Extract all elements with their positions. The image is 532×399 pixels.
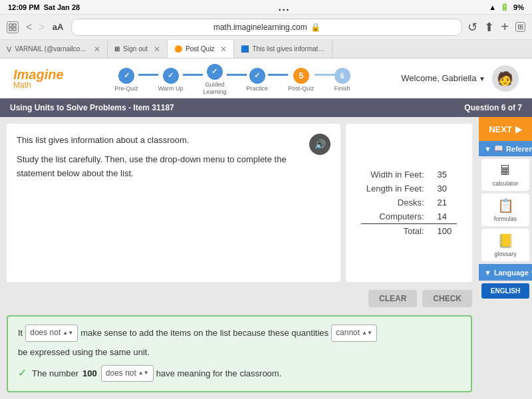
dropdown3-value: does not [106,366,136,381]
step-finish: 6 Finish [334,68,350,92]
step-label-pre-quiz: Pre-Quiz [114,85,138,92]
data-table: Width in Feet: 35 Length in Feet: 30 Des… [361,168,457,238]
svg-rect-3 [13,28,16,31]
tab-signout-icon: ⊞ [114,45,120,53]
welcome-arrow: ▼ [479,75,485,82]
language-label: Language [494,269,529,277]
tab-thislist-icon: 🟦 [241,45,249,53]
check-button[interactable]: CHECK [422,290,472,307]
table-value-total: 100 [432,224,458,239]
table-value-width: 35 [432,168,458,182]
answer-it: It [18,325,23,340]
connector-2 [183,74,203,76]
lock-icon: 🔒 [311,23,321,32]
tab-varnail-label: VARNAIL (@varnailcom) • Inst... [15,45,88,53]
tab-signout-label: Sign out [123,45,148,53]
tab-postquiz[interactable]: 🟠 Post Quiz ✕ [168,40,234,58]
connector-1 [138,74,158,76]
svg-rect-0 [9,24,12,27]
english-button[interactable]: ENGLISH [481,283,529,299]
connector-4 [268,74,288,76]
step-circle-post-quiz: 5 [293,68,309,84]
formulas-icon: 📋 [497,198,514,213]
dropdown1-value: does not [30,326,61,340]
tab-signout-close[interactable]: ✕ [154,45,160,54]
browser-square-icon[interactable] [7,21,19,33]
tab-thislist[interactable]: 🟦 This list gives information abo... [234,40,332,58]
tab-thislist-label: This list gives information abo... [252,45,325,53]
welcome-text: Welcome, Gabriella [401,73,476,83]
tab-postquiz-label: Post Quiz [186,45,214,53]
back-button[interactable]: < [24,21,34,33]
app-header: Imagine Math ✓ Pre-Quiz ✓ Warm Up ✓ Guid… [0,59,532,98]
tool-calculator-label: calculator [493,180,519,187]
answer-line-1: It does not ▲▼ make sense to add the ite… [18,325,461,360]
answer-dropdown-1[interactable]: does not ▲▼ [25,325,78,342]
browser-actions[interactable]: ↺ ⬆ + ⊞ [467,19,525,35]
table-value-computers: 14 [432,209,458,224]
tab-varnail-close[interactable]: ✕ [94,45,100,54]
browser-nav[interactable]: < > [24,21,47,33]
svg-rect-1 [13,24,16,27]
tool-calculator[interactable]: 🖩 calculator [481,159,529,191]
tab-postquiz-close[interactable]: ✕ [220,45,227,54]
dropdown2-arrow: ▲▼ [362,329,372,338]
question-num: Question 6 of 7 [464,103,522,112]
step-warm-up: ✓ Warm Up [158,68,184,92]
browser-aa[interactable]: aA [53,22,64,32]
reference-section[interactable]: ▼ 📖 Reference [479,141,532,156]
audio-button[interactable]: 🔊 [309,134,331,155]
next-arrow: ▶ [515,124,522,134]
add-tab-icon[interactable]: + [501,19,509,35]
answer-line-2: ✓ The number 100 does not ▲▼ have meanin… [18,364,461,383]
wifi-icon: ▲ [489,3,496,11]
step-circle-pre-quiz: ✓ [118,68,134,84]
tab-signout[interactable]: ⊞ Sign out ✕ [108,40,168,58]
next-button[interactable]: NEXT ▶ [479,117,532,141]
check-mark-icon: ✓ [18,364,27,383]
table-label-desks: Desks: [361,196,432,209]
welcome-section: Welcome, Gabriella ▼ 🧑 [401,65,519,92]
question-title: Using Units to Solve Problems - Item 311… [10,103,174,112]
url-text: math.imaginelearning.com [213,23,307,32]
answer-dropdown-2[interactable]: cannot ▲▼ [331,325,377,342]
forward-button[interactable]: > [37,21,47,33]
dropdown3-arrow: ▲▼ [138,368,149,378]
glossary-icon: 📒 [497,233,514,249]
url-bar[interactable]: math.imaginelearning.com 🔒 [71,19,462,36]
battery-icon: 🔋 [500,3,509,11]
step-label-warm-up: Warm Up [158,85,184,92]
tabs-icon[interactable]: ⊞ [515,22,525,32]
answer-number: 100 [82,366,97,381]
reference-arrow-icon: ▼ [484,145,491,153]
progress-steps: ✓ Pre-Quiz ✓ Warm Up ✓ GuidedLearning ✓ … [114,64,350,96]
step-circle-warm-up: ✓ [163,68,179,84]
left-panel: This list gives information about a clas… [0,117,479,399]
answer-dropdown-3[interactable]: does not ▲▼ [101,365,154,382]
logo-math: Math [13,80,64,90]
share-icon[interactable]: ⬆ [484,20,494,35]
step-label-guided: GuidedLearning [203,81,226,96]
clear-button[interactable]: CLEAR [368,290,417,307]
table-value-length: 30 [432,182,458,196]
language-section[interactable]: ▼ Language ⓘ [479,264,532,281]
tab-varnail[interactable]: V VARNAIL (@varnailcom) • Inst... ✕ [0,40,108,58]
next-label: NEXT [489,124,512,134]
step-circle-guided: ✓ [207,64,223,80]
tab-postquiz-icon: 🟠 [174,45,182,53]
language-arrow-icon: ▼ [484,269,491,277]
answer-suffix2: have meaning for the classroom. [156,366,282,381]
tabs-bar: V VARNAIL (@varnailcom) • Inst... ✕ ⊞ Si… [0,40,532,59]
status-date: Sat Jan 28 [44,3,80,11]
status-time: 12:09 PM [8,3,40,11]
question-line2: Study the list carefully. Then, use the … [17,153,303,181]
tool-formulas[interactable]: 📋 formulas [481,194,529,226]
table-row: Computers: 14 [361,209,457,224]
calculator-icon: 🖩 [499,163,512,178]
reload-icon[interactable]: ↺ [467,20,477,35]
step-label-post-quiz: Post-Quiz [288,85,315,92]
tool-glossary[interactable]: 📒 glossary [481,229,529,261]
step-label-practice: Practice [247,85,269,92]
connector-3 [227,74,247,76]
action-buttons: CLEAR CHECK [7,287,472,310]
